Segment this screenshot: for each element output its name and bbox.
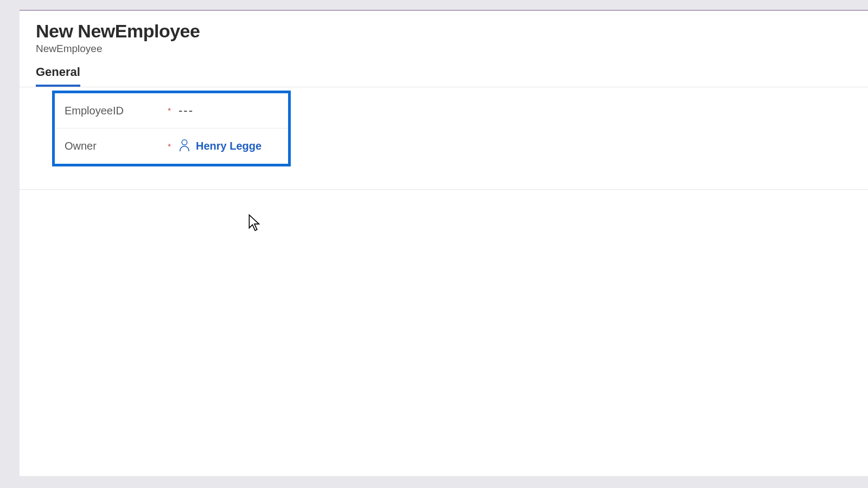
field-label-cell: Owner * [65, 140, 178, 152]
person-icon [178, 138, 190, 155]
form-section: EmployeeID * --- Owner * [20, 91, 868, 190]
tabs-bar: General [20, 65, 868, 87]
field-label-employeeid: EmployeeID [65, 105, 124, 117]
page-header: New NewEmployee NewEmployee [20, 21, 868, 55]
field-value-employeeid[interactable]: --- [178, 104, 279, 118]
required-mark: * [168, 108, 171, 113]
entity-name: NewEmployee [36, 43, 868, 55]
page-title: New NewEmployee [36, 21, 868, 42]
mouse-cursor-icon [247, 214, 261, 233]
field-label-cell: EmployeeID * [65, 105, 178, 117]
field-row-owner[interactable]: Owner * Henry Legge [55, 129, 288, 164]
field-row-employeeid[interactable]: EmployeeID * --- [55, 93, 288, 129]
fields-highlight-box: EmployeeID * --- Owner * [52, 91, 291, 166]
tab-general[interactable]: General [36, 65, 80, 87]
employeeid-placeholder: --- [178, 104, 194, 118]
field-label-owner: Owner [65, 140, 97, 152]
record-form-page: New NewEmployee NewEmployee General Empl… [20, 10, 868, 476]
required-mark: * [168, 144, 171, 149]
svg-point-0 [182, 139, 187, 145]
owner-link[interactable]: Henry Legge [196, 140, 261, 152]
field-value-owner[interactable]: Henry Legge [178, 138, 279, 155]
